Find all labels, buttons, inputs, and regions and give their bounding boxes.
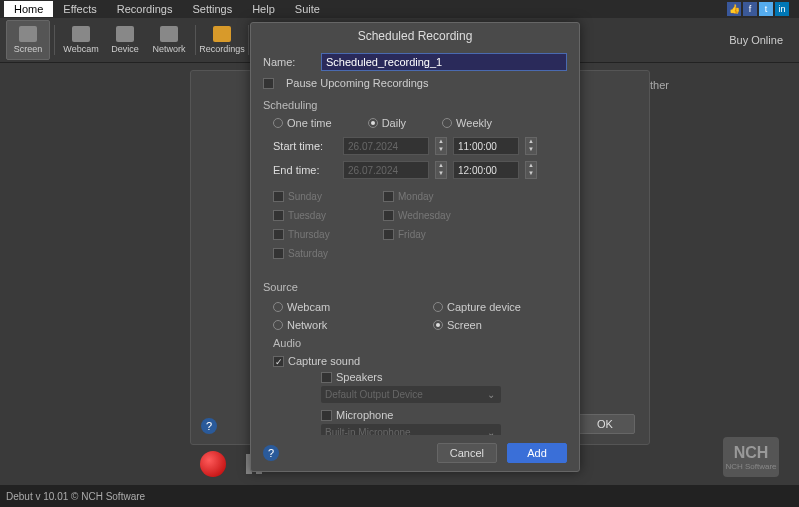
record-button[interactable]: [200, 451, 226, 477]
microphone-checkbox[interactable]: Microphone: [303, 409, 567, 421]
source-screen-radio[interactable]: Screen: [433, 319, 543, 331]
menu-effects[interactable]: Effects: [53, 1, 106, 17]
start-time-input[interactable]: [453, 137, 519, 155]
speakers-checkbox[interactable]: Speakers: [303, 371, 567, 383]
version-text: Debut v 10.01 © NCH Software: [6, 491, 145, 502]
facebook-icon[interactable]: f: [743, 2, 757, 16]
radio-icon: [273, 118, 283, 128]
end-time-label: End time:: [273, 164, 337, 176]
checkbox-icon: [321, 372, 332, 383]
separator: [54, 25, 55, 55]
pause-upcoming-checkbox[interactable]: Pause Upcoming Recordings: [263, 77, 567, 89]
checkbox-icon: [321, 410, 332, 421]
speaker-device-dropdown[interactable]: Default Output Device: [321, 386, 501, 403]
day-thursday-checkbox: Thursday: [273, 229, 353, 240]
day-saturday-checkbox: Saturday: [273, 248, 353, 259]
ok-button[interactable]: OK: [575, 414, 635, 434]
checkbox-icon: [383, 210, 394, 221]
checkbox-icon: [273, 191, 284, 202]
tool-device[interactable]: Device: [103, 20, 147, 60]
menu-recordings[interactable]: Recordings: [107, 1, 183, 17]
source-group-title: Source: [263, 281, 567, 293]
scheduled-recording-dialog: Scheduled Recording Name: Pause Upcoming…: [250, 22, 580, 472]
cancel-button[interactable]: Cancel: [437, 443, 497, 463]
buy-online-link[interactable]: Buy Online: [719, 34, 793, 46]
freq-weekly-radio[interactable]: Weekly: [442, 117, 492, 129]
name-input[interactable]: [321, 53, 567, 71]
checkbox-icon: [383, 191, 394, 202]
time-spinner[interactable]: ▲▼: [525, 161, 537, 179]
day-wednesday-checkbox: Wednesday: [383, 210, 463, 221]
checkbox-icon: [273, 248, 284, 259]
recordings-icon: [213, 26, 231, 42]
freq-daily-radio[interactable]: Daily: [368, 117, 406, 129]
checkbox-icon: [273, 356, 284, 367]
nch-logo: NCH NCH Software: [723, 437, 779, 477]
day-tuesday-checkbox: Tuesday: [273, 210, 353, 221]
start-date-input: [343, 137, 429, 155]
day-friday-checkbox: Friday: [383, 229, 463, 240]
radio-icon: [368, 118, 378, 128]
menu-suite[interactable]: Suite: [285, 1, 330, 17]
tool-recordings[interactable]: Recordings: [200, 20, 244, 60]
audio-group-title: Audio: [263, 337, 567, 349]
status-bar: Debut v 10.01 © NCH Software: [0, 485, 799, 507]
social-icons: 👍 f t in: [727, 2, 789, 16]
date-spinner[interactable]: ▲▼: [435, 161, 447, 179]
twitter-icon[interactable]: t: [759, 2, 773, 16]
start-time-label: Start time:: [273, 140, 337, 152]
source-capture-radio[interactable]: Capture device: [433, 301, 543, 313]
radio-icon: [442, 118, 452, 128]
tool-webcam[interactable]: Webcam: [59, 20, 103, 60]
freq-onetime-radio[interactable]: One time: [273, 117, 332, 129]
separator: [248, 25, 249, 55]
checkbox-icon: [273, 229, 284, 240]
linkedin-icon[interactable]: in: [775, 2, 789, 16]
time-spinner[interactable]: ▲▼: [525, 137, 537, 155]
name-label: Name:: [263, 56, 313, 68]
radio-icon: [433, 302, 443, 312]
capture-sound-checkbox[interactable]: Capture sound: [273, 355, 567, 367]
network-icon: [160, 26, 178, 42]
menu-home[interactable]: Home: [4, 1, 53, 17]
menu-settings[interactable]: Settings: [182, 1, 242, 17]
day-sunday-checkbox: Sunday: [273, 191, 353, 202]
mic-device-dropdown[interactable]: Built-in Microphone: [321, 424, 501, 435]
end-date-input: [343, 161, 429, 179]
webcam-icon: [72, 26, 90, 42]
separator: [195, 25, 196, 55]
tool-screen[interactable]: Screen: [6, 20, 50, 60]
dialog-title: Scheduled Recording: [251, 23, 579, 49]
tool-network[interactable]: Network: [147, 20, 191, 60]
radio-icon: [433, 320, 443, 330]
screen-icon: [19, 26, 37, 42]
radio-icon: [273, 302, 283, 312]
date-spinner[interactable]: ▲▼: [435, 137, 447, 155]
menu-bar: Home Effects Recordings Settings Help Su…: [0, 0, 799, 18]
checkbox-icon: [273, 210, 284, 221]
like-icon[interactable]: 👍: [727, 2, 741, 16]
end-time-input[interactable]: [453, 161, 519, 179]
menu-help[interactable]: Help: [242, 1, 285, 17]
source-network-radio[interactable]: Network: [273, 319, 383, 331]
day-monday-checkbox: Monday: [383, 191, 463, 202]
source-webcam-radio[interactable]: Webcam: [273, 301, 383, 313]
help-icon[interactable]: ?: [263, 445, 279, 461]
help-icon[interactable]: ?: [201, 418, 217, 434]
checkbox-icon: [383, 229, 394, 240]
scheduling-group-title: Scheduling: [263, 99, 567, 111]
radio-icon: [273, 320, 283, 330]
device-icon: [116, 26, 134, 42]
checkbox-icon: [263, 78, 274, 89]
add-button[interactable]: Add: [507, 443, 567, 463]
